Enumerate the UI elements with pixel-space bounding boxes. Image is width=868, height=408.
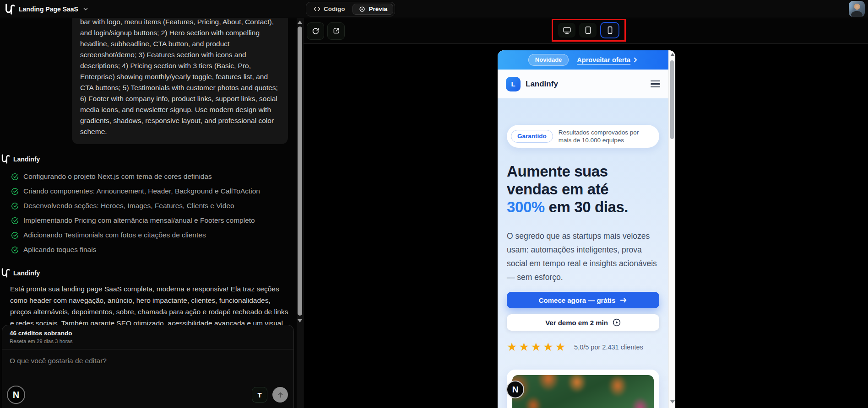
site-logo: L bbox=[506, 77, 521, 91]
task-label: Aplicando toques finais bbox=[23, 246, 96, 254]
scroll-down-arrow-icon[interactable] bbox=[670, 400, 675, 403]
check-circle-icon bbox=[11, 217, 19, 225]
arrow-right-icon bbox=[620, 297, 627, 303]
prompt-input[interactable] bbox=[10, 357, 286, 365]
chat-scroll-area: bar with logo, menu items (Features, Pri… bbox=[0, 18, 297, 325]
task-item: Criando componentes: Announcement, Heade… bbox=[11, 184, 297, 199]
device-desktop-button[interactable] bbox=[558, 23, 575, 38]
task-item: Aplicando toques finais bbox=[11, 242, 297, 257]
credits-reset: Reseta em 29 dias 3 horas bbox=[10, 338, 286, 344]
preview-header: Código Prévia bbox=[303, 0, 868, 18]
hamburger-menu-icon[interactable] bbox=[651, 79, 660, 89]
tab-previa[interactable]: Prévia bbox=[353, 4, 394, 15]
headline-line1: Aumente suas bbox=[507, 162, 659, 180]
scroll-up-arrow-icon[interactable] bbox=[298, 21, 302, 24]
chat-scrollbar[interactable] bbox=[297, 18, 303, 408]
send-button[interactable] bbox=[272, 387, 288, 403]
headline-line2: vendas em até bbox=[507, 180, 659, 198]
chevron-right-icon bbox=[633, 57, 638, 63]
scroll-down-arrow-icon[interactable] bbox=[298, 319, 302, 322]
announcement-link[interactable]: Aproveitar oferta bbox=[577, 56, 638, 64]
headline-highlight: 300% bbox=[507, 199, 545, 215]
mobile-preview-frame: Novidade Aproveitar oferta L Landinfy bbox=[498, 50, 675, 408]
star-rating-icons: ★★★★★ bbox=[507, 341, 567, 353]
announcement-link-label: Aproveitar oferta bbox=[577, 56, 630, 64]
proof-text: Resultados comprovados por mais de 10.00… bbox=[559, 129, 653, 144]
cta-primary-button[interactable]: Comece agora — grátis bbox=[507, 292, 659, 308]
social-proof-pill: Garantido Resultados comprovados por mai… bbox=[507, 125, 659, 148]
check-circle-icon bbox=[11, 246, 19, 254]
hero-section: Garantido Resultados comprovados por mai… bbox=[498, 98, 668, 408]
user-avatar[interactable] bbox=[849, 1, 865, 17]
tab-previa-label: Prévia bbox=[369, 5, 388, 12]
task-list: Configurando o projeto Next.js com tema … bbox=[11, 169, 297, 257]
arrow-up-icon bbox=[277, 392, 284, 398]
user-message: bar with logo, menu items (Features, Pri… bbox=[72, 18, 288, 144]
check-circle-icon bbox=[11, 231, 19, 239]
tab-codigo[interactable]: Código bbox=[308, 4, 351, 15]
external-link-icon bbox=[332, 27, 340, 35]
check-circle-icon bbox=[11, 202, 19, 210]
hero-headline: Aumente suas vendas em até 300% em 30 di… bbox=[507, 162, 659, 216]
site-brand: Landinfy bbox=[526, 80, 558, 89]
annotation-red-box bbox=[552, 19, 626, 42]
prompt-input-zone bbox=[2, 349, 293, 365]
assistant-name: Landinfy bbox=[13, 156, 40, 163]
chevron-down-icon bbox=[82, 6, 89, 12]
announcement-bar: Novidade Aproveitar oferta bbox=[498, 50, 668, 70]
landinfy-logo-icon bbox=[1, 268, 10, 278]
check-circle-icon bbox=[11, 173, 19, 181]
headline-line3: 300% em 30 dias. bbox=[507, 198, 659, 216]
hero-image-flowers bbox=[512, 375, 654, 408]
task-label: Configurando o projeto Next.js com tema … bbox=[23, 172, 212, 181]
site-scrollbar[interactable] bbox=[668, 50, 675, 408]
nextjs-framework-chip: N bbox=[7, 386, 25, 404]
project-title: Landing Page SaaS bbox=[19, 5, 78, 13]
task-label: Implementando Pricing com alternância me… bbox=[23, 216, 255, 225]
chat-scrollbar-thumb[interactable] bbox=[298, 27, 302, 316]
code-icon bbox=[314, 6, 320, 12]
smartphone-icon bbox=[607, 26, 613, 34]
tablet-icon bbox=[585, 26, 591, 34]
project-switcher[interactable]: Landing Page SaaS bbox=[0, 4, 303, 15]
credits-remaining: 46 créditos sobrando bbox=[10, 330, 286, 337]
refresh-icon bbox=[312, 27, 320, 35]
nextjs-dev-badge[interactable]: N bbox=[506, 381, 524, 398]
landinfy-logo-icon bbox=[5, 4, 15, 15]
composer: 46 créditos sobrando Reseta em 29 dias 3… bbox=[2, 325, 294, 408]
assistant-name: Landinfy bbox=[13, 269, 40, 277]
app-window: Landing Page SaaS Código Prévi bbox=[0, 0, 868, 408]
preview-site: Novidade Aproveitar oferta L Landinfy bbox=[498, 50, 668, 408]
assistant-header: Landinfy bbox=[1, 268, 297, 278]
device-tablet-button[interactable] bbox=[579, 23, 597, 38]
task-item: Configurando o projeto Next.js com tema … bbox=[11, 169, 297, 184]
headline-rest: em 30 dias. bbox=[545, 199, 628, 215]
credits-box: 46 créditos sobrando Reseta em 29 dias 3… bbox=[2, 325, 293, 349]
preview-panel: Novidade Aproveitar oferta L Landinfy bbox=[303, 18, 868, 408]
refresh-button[interactable] bbox=[307, 22, 324, 40]
site-scrollbar-thumb[interactable] bbox=[670, 60, 674, 139]
eye-icon bbox=[358, 6, 366, 12]
tab-codigo-label: Código bbox=[324, 5, 345, 12]
cta-demo-button[interactable]: Ver demo em 2 min bbox=[507, 314, 659, 331]
landinfy-logo-icon bbox=[1, 154, 10, 164]
rating-row: ★★★★★ 5,0/5 por 2.431 clientes bbox=[507, 341, 659, 353]
preview-toolbar bbox=[304, 18, 868, 44]
scroll-up-arrow-icon[interactable] bbox=[670, 53, 675, 56]
task-item: Desenvolvendo seções: Heroes, Images, Fe… bbox=[11, 199, 297, 213]
open-external-button[interactable] bbox=[327, 22, 345, 40]
hero-subheadline: O segredo que as startups mais velozes u… bbox=[507, 229, 659, 284]
monitor-icon bbox=[563, 27, 571, 34]
hero-media-card bbox=[507, 370, 659, 408]
task-label: Criando componentes: Announcement, Heade… bbox=[23, 187, 260, 195]
topbar: Landing Page SaaS Código Prévi bbox=[0, 0, 868, 18]
check-circle-icon bbox=[11, 188, 19, 195]
announcement-badge: Novidade bbox=[528, 54, 569, 66]
rating-text: 5,0/5 por 2.431 clientes bbox=[574, 344, 643, 351]
device-mobile-button[interactable] bbox=[600, 22, 619, 38]
cta-primary-label: Comece agora — grátis bbox=[539, 296, 616, 304]
composer-actions: N T bbox=[7, 386, 288, 404]
main-split: bar with logo, menu items (Features, Pri… bbox=[0, 18, 868, 408]
task-item: Adicionando Testimonials com fotos e cit… bbox=[11, 228, 297, 242]
text-mode-button[interactable]: T bbox=[252, 387, 267, 403]
